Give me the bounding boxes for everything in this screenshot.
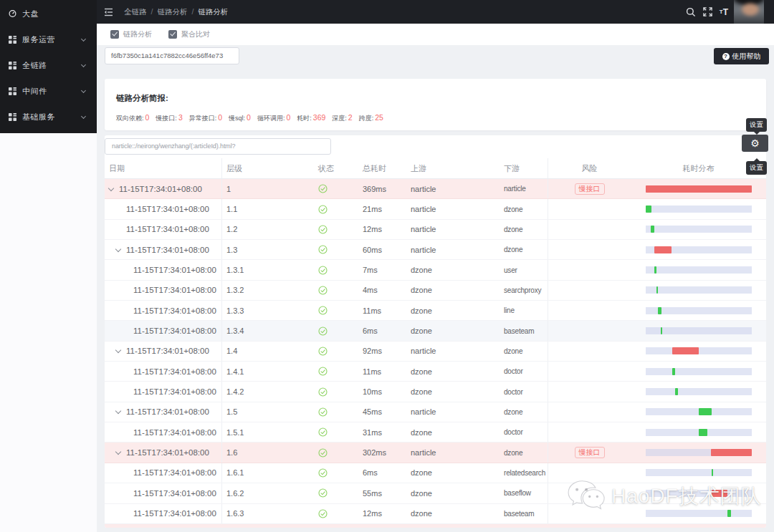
duration-cell: 10ms (357, 382, 406, 401)
trace-row[interactable]: 11-15T17:34:01+08:001.4.210msdzonedoctor (105, 382, 766, 402)
breadcrumb-item[interactable]: 链路分析 (157, 7, 187, 16)
trace-row[interactable]: 11-15T17:34:01+08:001.3.311msdzoneline (105, 301, 766, 321)
fullscreen-icon[interactable] (703, 7, 712, 16)
level-cell: 1.6.3 (222, 504, 312, 523)
breadcrumb-item[interactable]: 全链路 (124, 7, 147, 16)
trace-row[interactable]: 11-15T17:34:01+08:001.3.24msdzonesearchp… (105, 281, 766, 301)
date-cell: 11-15T17:34:01+08:00 (105, 240, 222, 259)
timeline-bar (656, 286, 658, 294)
trace-row[interactable]: 11-15T17:34:01+08:001.5.131msdzonedoctor (105, 422, 766, 442)
risk-cell (548, 422, 631, 442)
menu-collapse-icon[interactable] (104, 8, 113, 16)
expand-chevron-icon[interactable] (115, 246, 121, 251)
status-cell (312, 463, 357, 483)
content-area: f6fb7350c1a141c7882cc46e56ff4e73 ?使用帮助 链… (97, 45, 774, 532)
trace-row[interactable]: 11-15T17:34:01+08:001.360msnarticledzone (105, 240, 766, 260)
timeline-bar (658, 307, 661, 314)
column-header: 日期 (105, 158, 222, 178)
sidebar-item-全链路[interactable]: 全链路 (0, 52, 97, 78)
trace-id-input[interactable]: f6fb7350c1a141c7882cc46e56ff4e73 (105, 47, 239, 64)
endpoint-filter-input[interactable]: narticle::/neirong/wenzhang/(:articleId)… (105, 138, 331, 155)
timeline-bar (654, 266, 656, 274)
timeline-track (646, 368, 752, 375)
timeline-track (646, 347, 752, 354)
sidebar-item-服务运营[interactable]: 服务运营 (0, 26, 97, 52)
summary-stat: 耗时:369 (297, 113, 325, 123)
expand-chevron-icon[interactable] (115, 449, 121, 455)
checkbox-链路分析[interactable]: 链路分析 (110, 29, 152, 39)
trace-row[interactable]: 11-15T17:34:01+08:001.212msnarticledzone (105, 220, 766, 240)
font-size-icon[interactable]: TT (720, 7, 728, 17)
date-value: 11-15T17:34:01+08:00 (133, 327, 216, 335)
expand-chevron-icon[interactable] (108, 185, 114, 190)
duration-cell: 11ms (357, 301, 406, 320)
success-check-icon (318, 245, 328, 254)
search-icon[interactable] (686, 7, 696, 17)
trace-row[interactable]: 11-15T17:34:01+08:001.4.111msdzonedoctor (105, 362, 766, 382)
avatar[interactable] (734, 0, 764, 24)
date-value: 11-15T17:34:01+08:00 (133, 306, 216, 315)
status-cell (312, 301, 357, 320)
settings-gear-button[interactable]: ⚙ (742, 135, 768, 152)
duration-cell: 6ms (357, 321, 406, 340)
timeline-bar (711, 449, 752, 456)
downstream-cell: dzone (499, 199, 548, 218)
stat-label: 双向依赖: (116, 115, 144, 122)
trace-row[interactable]: 11-15T17:34:01+08:001369msnarticlenartic… (105, 179, 766, 199)
risk-cell (548, 342, 631, 361)
date-cell: 11-15T17:34:01+08:00 (105, 422, 222, 442)
timeline-track (646, 226, 752, 233)
timeline-bar (712, 490, 727, 497)
chevron-down-icon (81, 113, 86, 118)
expand-chevron-icon[interactable] (115, 347, 121, 353)
timeline-cell (631, 179, 766, 198)
date-cell: 11-15T17:34:01+08:00 (105, 382, 222, 401)
checkbox-聚合比对[interactable]: 聚合比对 (168, 29, 210, 39)
risk-cell (548, 483, 631, 503)
level-cell: 1.6.1 (222, 463, 312, 483)
trace-row[interactable]: 11-15T17:34:01+08:001.6.16msdzonerelated… (105, 463, 766, 483)
breadcrumb-item[interactable]: 链路分析 (198, 7, 228, 16)
timeline-bar (727, 510, 731, 517)
trace-row[interactable]: 11-15T17:34:01+08:001.492msnarticledzone (105, 342, 766, 362)
downstream-cell: dzone (499, 402, 548, 422)
risk-cell (548, 362, 631, 381)
trace-row[interactable]: 11-15T17:34:01+08:001.6.255msdzonebasefl… (105, 483, 766, 503)
trace-row[interactable]: 11-15T17:34:01+08:001.6302msnarticledzon… (105, 442, 766, 463)
sidebar-item-大盘[interactable]: 大盘 (0, 1, 97, 26)
status-cell (312, 281, 357, 300)
timeline-bar (661, 327, 663, 334)
duration-cell: 55ms (357, 483, 406, 503)
trace-row[interactable]: 11-15T17:34:01+08:001.6.312msdzonebasete… (105, 504, 766, 524)
status-cell (312, 321, 357, 340)
success-check-icon (318, 387, 328, 397)
upstream-cell: narticle (406, 220, 499, 239)
sidebar-item-中间件[interactable]: 中间件 (0, 78, 97, 104)
help-button[interactable]: ?使用帮助 (714, 48, 769, 64)
downstream-cell: relatedsearch (499, 463, 548, 483)
date-cell: 11-15T17:34:01+08:00 (105, 220, 222, 239)
downstream-cell: line (499, 301, 548, 320)
duration-cell: 21ms (357, 199, 406, 218)
trace-row[interactable]: 11-15T17:34:01+08:001.545msnarticledzone (105, 402, 766, 422)
date-cell: 11-15T17:34:01+08:00 (105, 342, 222, 361)
sidebar-item-基础服务[interactable]: 基础服务 (0, 104, 97, 130)
timeline-cell (631, 402, 766, 422)
stat-label: 深度: (332, 115, 347, 122)
trace-row[interactable]: 11-15T17:34:01+08:001.3.46msdzonebasetea… (105, 321, 766, 341)
level-cell: 1.6 (222, 442, 312, 462)
timeline-bar (651, 226, 654, 233)
trace-row[interactable]: 11-15T17:34:01+08:001.3.17msdzoneuser (105, 260, 766, 280)
expand-chevron-icon[interactable] (115, 408, 121, 414)
level-cell: 1.5 (222, 402, 312, 422)
stat-value: 0 (247, 113, 251, 122)
success-check-icon (318, 488, 328, 498)
timeline-cell (631, 362, 766, 381)
table-header: 日期层级状态总耗时上游下游风险耗时分布 (105, 158, 766, 179)
stat-value: 25 (375, 113, 383, 122)
timeline-bar (712, 469, 714, 476)
timeline-bar (672, 368, 675, 375)
date-value: 11-15T17:34:01+08:00 (126, 205, 209, 213)
duration-cell: 60ms (357, 240, 406, 259)
trace-row[interactable]: 11-15T17:34:01+08:001.121msnarticledzone (105, 199, 766, 219)
